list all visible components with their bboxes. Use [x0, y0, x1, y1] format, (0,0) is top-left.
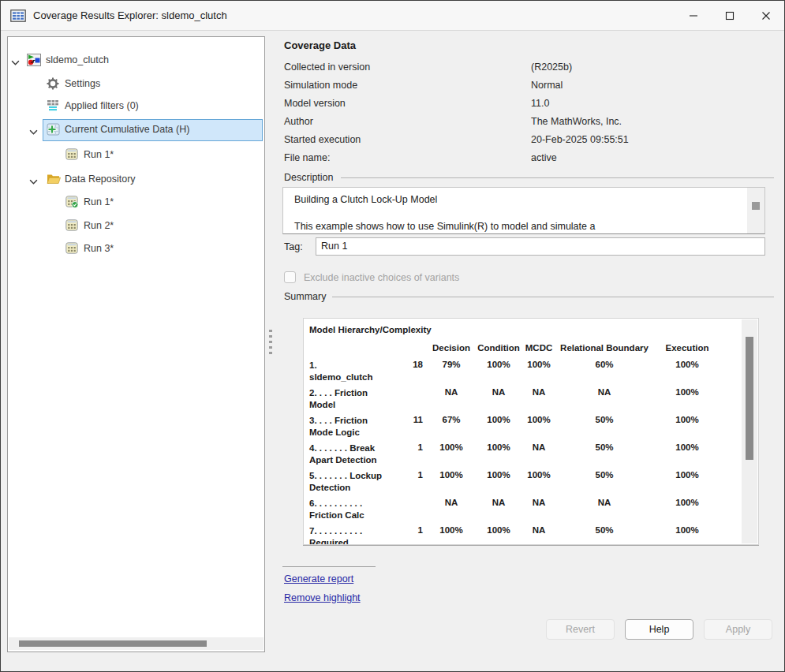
chevron-down-icon[interactable]: [29, 126, 39, 134]
tree-item-label: Current Cumulative Data (H): [65, 124, 189, 135]
summary-table-header: Decision Condition MCDC Relational Bound…: [309, 343, 742, 360]
description-scrollbar[interactable]: [747, 188, 764, 233]
chevron-down-icon[interactable]: [11, 57, 21, 65]
title-bar: Coverage Results Explorer: sldemo_clutch: [1, 1, 784, 31]
summary-divider: [332, 297, 774, 297]
panel-splitter-handle[interactable]: [267, 330, 274, 358]
coverage-table-icon: [10, 9, 26, 22]
table-row: 4. . . . . . . BreakApart Detection 1 10…: [309, 442, 742, 470]
tree-item-run2-repository[interactable]: Run 2*: [8, 215, 264, 237]
exclude-variants-checkbox[interactable]: [284, 271, 296, 283]
field-file-name: File name: active: [284, 152, 330, 165]
table-row: 1.sldemo_clutch 18 79% 100% 100% 60% 100…: [309, 360, 742, 387]
field-value: 20-Feb-2025 09:55:51: [531, 134, 629, 145]
minimize-button[interactable]: [675, 1, 712, 30]
tree-item-label: Settings: [65, 78, 100, 89]
exclude-variants-label: Exclude inactive choices of variants: [304, 272, 459, 283]
remove-highlight-link[interactable]: Remove highlight: [284, 592, 361, 603]
run-icon: [65, 148, 78, 162]
tree-item-sldemo-clutch[interactable]: sldemo_clutch: [8, 50, 264, 72]
tree-item-label: Run 1*: [84, 196, 114, 207]
tag-input[interactable]: Run 1: [316, 237, 765, 256]
table-row: 6. . . . . . . . . .Friction Calc NA NA …: [309, 498, 742, 525]
description-label: Description: [284, 172, 334, 183]
summary-table-scrollbar-thumb[interactable]: [746, 337, 753, 460]
field-author: Author The MathWorks, Inc.: [284, 116, 313, 129]
tree-item-label: Run 2*: [84, 220, 114, 231]
field-value: (R2025b): [531, 62, 572, 73]
links-divider: [282, 566, 376, 567]
window-controls: [675, 1, 784, 30]
applied-filters-icon: [47, 99, 61, 114]
run-icon: [65, 242, 78, 256]
tree-item-run1-cumulative[interactable]: Run 1*: [8, 144, 264, 166]
field-label: Started execution: [284, 134, 361, 145]
simulink-model-icon: [27, 54, 41, 69]
chevron-down-icon[interactable]: [29, 176, 39, 184]
field-value: 11.0: [531, 98, 549, 109]
description-scrollbar-thumb[interactable]: [752, 202, 760, 210]
tree-item-label: Run 1*: [84, 149, 114, 160]
folder-icon: [47, 173, 61, 187]
field-model-version: Model version 11.0: [284, 98, 346, 110]
table-row: 2. . . . FrictionModel NA NA NA NA 100%: [309, 387, 742, 415]
field-started-execution: Started execution 20-Feb-2025 09:55:51: [284, 134, 361, 147]
field-label: File name:: [284, 152, 330, 163]
maximize-button[interactable]: [712, 1, 748, 30]
revert-button[interactable]: Revert: [546, 619, 615, 640]
summary-table-title: Model Hierarchy/Complexity: [309, 325, 742, 334]
tree-item-settings[interactable]: Settings: [8, 73, 264, 95]
maximize-icon: [725, 11, 735, 21]
table-row: 5. . . . . . . LockupDetection 1 100% 10…: [309, 470, 742, 498]
col-header-condition: Condition: [477, 343, 521, 360]
generate-report-link[interactable]: Generate report: [284, 573, 353, 584]
table-row: 3. . . . FrictionMode Logic 11 67% 100% …: [309, 415, 742, 442]
window-title: Coverage Results Explorer: sldemo_clutch: [33, 9, 227, 21]
run-checked-icon: [65, 196, 79, 211]
apply-button[interactable]: Apply: [704, 619, 772, 640]
col-header-mcdc: MCDC: [521, 343, 557, 360]
field-value: The MathWorks, Inc.: [531, 116, 622, 127]
col-header-relational-boundary: Relational Boundary: [557, 343, 652, 360]
field-value: active: [531, 152, 557, 163]
tree-item-current-cumulative-data[interactable]: Current Cumulative Data (H): [8, 119, 264, 141]
close-button[interactable]: [748, 1, 784, 30]
summary-label: Summary: [284, 291, 326, 302]
field-collected-version: Collected in version (R2025b): [284, 62, 370, 74]
field-label: Simulation mode: [284, 80, 357, 91]
field-simulation-mode: Simulation mode Normal: [284, 80, 357, 92]
help-button[interactable]: Help: [625, 619, 693, 640]
close-icon: [761, 11, 771, 21]
description-line2: This example shows how to use Simulink(R…: [294, 221, 595, 232]
tree-item-applied-filters[interactable]: Applied filters (0): [8, 95, 264, 118]
cumulative-data-icon: [47, 123, 60, 138]
description-textarea[interactable]: Building a Clutch Lock-Up Model This exa…: [282, 187, 765, 234]
field-value: Normal: [531, 80, 563, 91]
summary-table-scrollbar[interactable]: [742, 319, 757, 543]
tree-horizontal-scrollbar[interactable]: [9, 637, 264, 650]
results-tree-panel: sldemo_clutch: [7, 36, 265, 652]
col-header-execution: Execution: [652, 343, 723, 360]
description-divider: [341, 177, 774, 178]
run-icon: [65, 219, 78, 233]
gear-icon: [47, 77, 59, 92]
field-label: Author: [284, 116, 313, 127]
tree-item-label: Data Repository: [65, 174, 136, 185]
description-line1: Building a Clutch Lock-Up Model: [294, 194, 437, 205]
tree-item-label: Run 3*: [84, 243, 114, 254]
tree-item-run3-repository[interactable]: Run 3*: [8, 238, 264, 260]
col-header-decision: Decision: [426, 343, 477, 360]
field-label: Collected in version: [284, 62, 370, 73]
tree-scrollbar-thumb[interactable]: [19, 640, 207, 647]
tree-item-label: Applied filters (0): [65, 100, 139, 111]
summary-table: Model Hierarchy/Complexity Decision Cond…: [303, 318, 759, 545]
tree-item-run1-repository[interactable]: Run 1*: [8, 192, 264, 214]
tag-label: Tag:: [284, 241, 303, 252]
table-row: 7. . . . . . . . . .Required 1 100% 100%…: [309, 525, 742, 545]
tree-item-label: sldemo_clutch: [46, 54, 109, 65]
minimize-icon: [689, 11, 698, 21]
coverage-results-explorer-window: Coverage Results Explorer: sldemo_clutch: [0, 0, 785, 672]
field-label: Model version: [284, 98, 346, 109]
coverage-data-heading: Coverage Data: [284, 39, 356, 51]
tree-item-data-repository[interactable]: Data Repository: [8, 169, 264, 191]
